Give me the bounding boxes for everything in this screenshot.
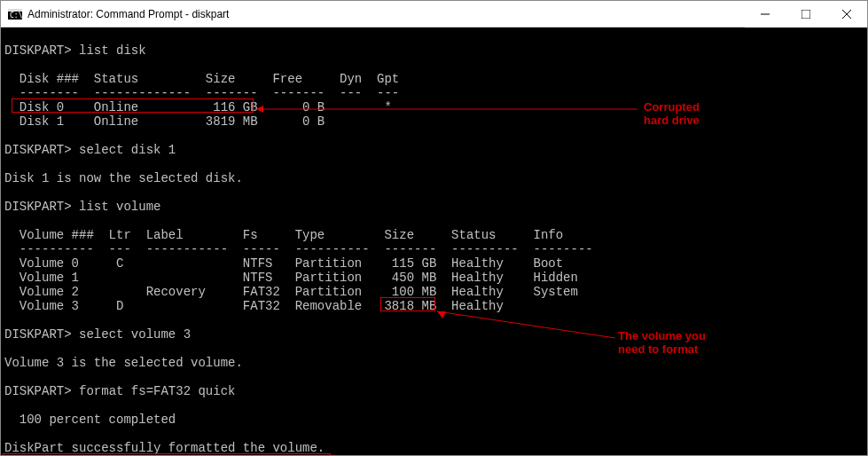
volume-row: Volume 1 NTFS Partition 450 MB Healthy H… — [4, 271, 578, 285]
prompt: DISKPART> — [4, 327, 72, 342]
volume-row: Volume 3 D FAT32 Removable 3818 MB Healt… — [4, 299, 504, 313]
prompt: DISKPART> — [4, 200, 72, 214]
svg-text:C:\: C:\ — [10, 12, 22, 20]
cmd-list-disk: list disk — [79, 43, 146, 58]
cmd-list-volume: list volume — [79, 200, 160, 214]
svg-line-9 — [437, 311, 615, 338]
volume-row: Volume 0 C NTFS Partition 115 GB Healthy… — [4, 256, 563, 271]
cmd-select-volume: select volume 3 — [79, 327, 191, 342]
annotation-corrupted: Corrupted hard drive — [644, 100, 723, 127]
titlebar: C:\ Administrator: Command Prompt - disk… — [1, 1, 867, 28]
close-icon — [842, 10, 851, 19]
volume-table-divider: ---------- --- ----------- ----- -------… — [4, 242, 593, 256]
disk-table-header: Disk ### Status Size Free Dyn Gpt — [4, 72, 399, 86]
annotation-volume-format: The volume you need to format — [618, 329, 733, 356]
console-area[interactable]: DISKPART> list disk Disk ### Status Size… — [1, 28, 867, 455]
prompt: DISKPART> — [4, 143, 72, 157]
svg-rect-4 — [802, 10, 810, 19]
volume-row: Volume 2 Recovery FAT32 Partition 100 MB… — [4, 285, 578, 299]
cmd-select-disk: select disk 1 — [79, 143, 176, 157]
msg-volume-selected: Volume 3 is the selected volume. — [4, 356, 243, 370]
maximize-icon — [802, 10, 810, 19]
disk-row: Disk 0 Online 116 GB 0 B * — [4, 100, 392, 114]
msg-success: DiskPart successfully formatted the volu… — [4, 441, 325, 455]
disk-row: Disk 1 Online 3819 MB 0 B — [4, 114, 325, 129]
window-title: Administrator: Command Prompt - diskpart — [27, 8, 745, 20]
minimize-icon — [761, 10, 770, 19]
cmd-icon: C:\ — [8, 7, 22, 21]
msg-disk-selected: Disk 1 is now the selected disk. — [4, 171, 243, 185]
application-window: C:\ Administrator: Command Prompt - disk… — [0, 0, 868, 456]
cmd-format: format fs=FAT32 quick — [79, 384, 235, 398]
msg-progress: 100 percent completed — [4, 413, 176, 427]
volume-table-header: Volume ### Ltr Label Fs Type Size Status… — [4, 228, 563, 242]
prompt: DISKPART> — [4, 384, 72, 398]
prompt: DISKPART> — [4, 43, 72, 58]
close-button[interactable] — [826, 1, 867, 28]
disk-table-divider: -------- ------------- ------- ------- -… — [4, 86, 399, 100]
maximize-button[interactable] — [786, 1, 826, 28]
minimize-button[interactable] — [745, 1, 786, 28]
window-controls — [745, 1, 867, 28]
